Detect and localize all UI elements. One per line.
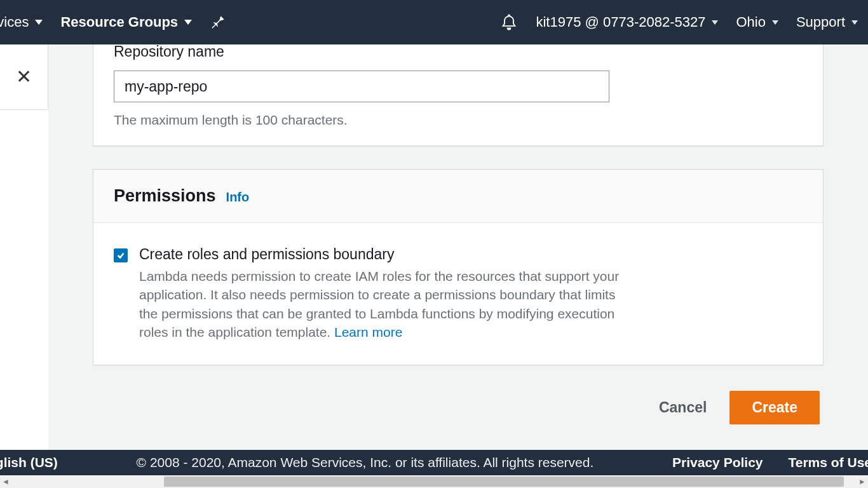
bell-icon[interactable] [500,13,518,31]
create-roles-description: Lambda needs permission to create IAM ro… [139,267,622,342]
nav-support[interactable]: Support [796,14,858,30]
repository-panel: Repository name The maximum length is 10… [93,44,824,146]
permissions-info-link[interactable]: Info [226,190,250,205]
scroll-left-arrow[interactable]: ◄ [0,477,11,486]
scroll-track[interactable] [11,475,857,488]
chevron-down-icon [712,20,718,25]
footer-privacy-link[interactable]: Privacy Policy [672,455,763,470]
repo-name-helper: The maximum length is 100 characters. [114,112,803,128]
create-button[interactable]: Create [729,391,820,424]
nav-support-label: Support [796,14,845,30]
body-area: ✕ Repository name The maximum length is … [0,44,868,488]
permissions-body: Create roles and permissions boundary La… [93,223,823,365]
horizontal-scrollbar[interactable]: ◄ ► [0,475,868,488]
pin-icon[interactable] [210,14,226,30]
chevron-down-icon [35,20,43,25]
main-scroll[interactable]: Repository name The maximum length is 10… [48,44,868,450]
side-panel: ✕ [0,44,48,110]
nav-account[interactable]: kit1975 @ 0773-2082-5327 [536,14,718,30]
scroll-right-arrow[interactable]: ► [857,477,868,486]
chevron-down-icon [184,20,192,25]
scroll-thumb[interactable] [164,477,844,487]
footer-language[interactable]: nglish (US) [0,455,58,470]
main-content: Repository name The maximum length is 10… [48,44,868,450]
chevron-down-icon [851,20,858,25]
nav-region[interactable]: Ohio [736,14,778,30]
top-nav: rvices Resource Groups kit1975 @ 0773-20… [0,0,868,44]
create-roles-checkbox[interactable] [114,248,128,262]
nav-services-label: rvices [0,14,29,30]
chevron-down-icon [772,20,778,25]
permissions-panel: Permissions Info Create roles and permis… [93,169,824,365]
permissions-heading: Permissions [114,186,216,206]
learn-more-link[interactable]: Learn more [334,325,402,339]
close-icon[interactable]: ✕ [16,67,32,86]
footer-terms-link[interactable]: Terms of Use [789,455,869,470]
nav-resource-groups[interactable]: Resource Groups [60,14,192,30]
repo-name-input[interactable] [114,71,609,102]
nav-resource-groups-label: Resource Groups [60,14,178,30]
footer-copyright: © 2008 - 2020, Amazon Web Services, Inc.… [83,455,647,470]
permissions-header: Permissions Info [93,170,823,223]
footer: nglish (US) © 2008 - 2020, Amazon Web Se… [0,450,868,475]
action-row: Cancel Create [93,391,824,424]
nav-account-label: kit1975 @ 0773-2082-5327 [536,14,705,30]
nav-region-label: Ohio [736,14,765,30]
create-roles-title: Create roles and permissions boundary [139,246,622,263]
cancel-button[interactable]: Cancel [654,391,712,424]
nav-services[interactable]: rvices [0,14,43,30]
permissions-text: Create roles and permissions boundary La… [139,246,622,342]
repo-name-label: Repository name [114,44,803,60]
